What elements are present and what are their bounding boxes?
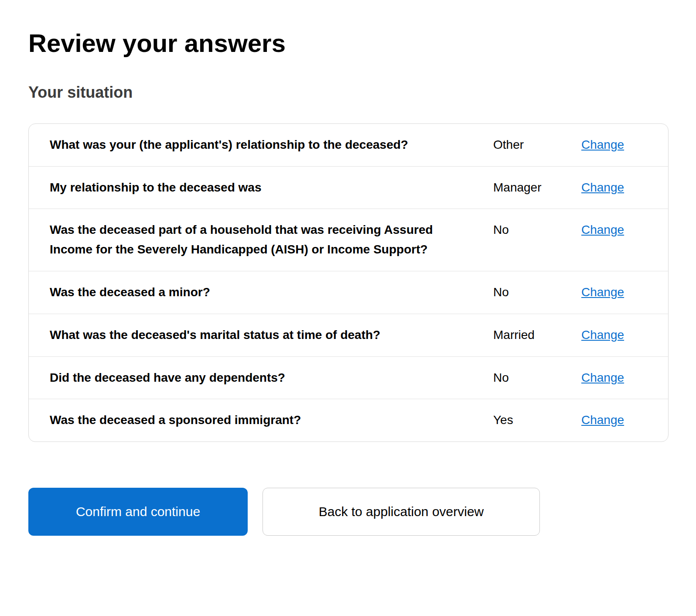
review-row: Was the deceased a minor? No Change (29, 271, 668, 314)
section-heading: Your situation (28, 83, 670, 102)
action-cell: Change (581, 283, 647, 302)
change-link[interactable]: Change (581, 285, 624, 299)
action-cell: Change (581, 325, 647, 345)
action-buttons: Confirm and continue Back to application… (28, 488, 670, 536)
action-cell: Change (581, 135, 647, 155)
question-text: Was the deceased a minor? (50, 283, 493, 302)
answer-text: No (493, 283, 581, 302)
change-link[interactable]: Change (581, 328, 624, 342)
review-row: What was your (the applicant's) relation… (29, 124, 668, 166)
action-cell: Change (581, 178, 647, 198)
answer-text: Manager (493, 178, 581, 198)
action-cell: Change (581, 411, 647, 430)
answer-text: Yes (493, 411, 581, 430)
change-link[interactable]: Change (581, 181, 624, 194)
answer-text: Other (493, 135, 581, 155)
question-text: My relationship to the deceased was (50, 178, 493, 198)
action-cell: Change (581, 220, 647, 240)
answer-text: Married (493, 325, 581, 345)
question-text: What was the deceased's marital status a… (50, 325, 493, 345)
review-row: My relationship to the deceased was Mana… (29, 166, 668, 209)
question-text: Was the deceased part of a household tha… (50, 220, 493, 260)
answer-text: No (493, 220, 581, 240)
change-link[interactable]: Change (581, 413, 624, 427)
review-row: Was the deceased a sponsored immigrant? … (29, 399, 668, 441)
question-text: What was your (the applicant's) relation… (50, 135, 493, 155)
review-row: Did the deceased have any dependents? No… (29, 356, 668, 399)
review-row: Was the deceased part of a household tha… (29, 209, 668, 271)
change-link[interactable]: Change (581, 138, 624, 151)
answer-text: No (493, 368, 581, 388)
action-cell: Change (581, 368, 647, 388)
back-to-application-overview-button[interactable]: Back to application overview (263, 488, 540, 536)
question-text: Did the deceased have any dependents? (50, 368, 493, 388)
confirm-and-continue-button[interactable]: Confirm and continue (28, 488, 248, 536)
change-link[interactable]: Change (581, 223, 624, 236)
review-row: What was the deceased's marital status a… (29, 314, 668, 356)
question-text: Was the deceased a sponsored immigrant? (50, 411, 493, 430)
review-table: What was your (the applicant's) relation… (28, 123, 669, 442)
change-link[interactable]: Change (581, 371, 624, 384)
page-title: Review your answers (28, 28, 670, 58)
review-page: Review your answers Your situation What … (0, 0, 696, 616)
